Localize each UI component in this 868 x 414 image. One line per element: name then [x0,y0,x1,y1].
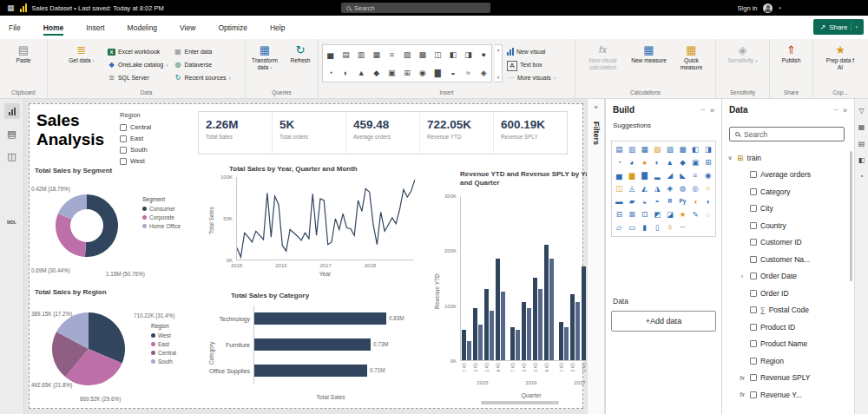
expand-pane-icon[interactable]: « [588,103,604,111]
visual-type-icon[interactable]: ▨ [667,146,674,154]
visual-type-icon[interactable]: ◆ [373,69,379,77]
field-checkbox[interactable] [750,188,757,195]
visual-type-icon[interactable]: ◬ [629,185,635,193]
chevron-down-icon[interactable]: ▾ [779,5,781,10]
visual-type-icon[interactable]: ◨ [705,146,712,154]
column-revenue-sply-2015-qtr-2[interactable] [478,325,483,360]
excel-workbook-button[interactable]: XExcel workbook [106,45,170,58]
more-options-icon[interactable]: ··· [700,106,705,114]
kpi-card-revenue-sply[interactable]: 600.19KRevenue SPLY [494,112,567,154]
field-product-name[interactable]: Product Name [722,336,851,353]
visual-type-icon[interactable]: R [667,199,672,205]
field-category[interactable]: Category [722,183,851,200]
legend-item-west[interactable]: West [151,331,176,339]
column-revenue-sply-2016-qtr-3[interactable] [538,289,542,360]
field-checkbox[interactable] [750,205,757,212]
column-revenue-ytd-2015-qtr-4[interactable] [496,259,500,360]
avatar[interactable] [763,3,773,13]
field-checkbox[interactable] [750,222,757,229]
visual-type-icon[interactable]: ◆ [680,159,686,167]
visual-type-icon[interactable]: ◈ [667,185,674,193]
field-checkbox[interactable] [750,273,757,279]
kpi-card-average-orders[interactable]: 459.48Average orders [346,112,420,154]
sensitivity-button[interactable]: ◈ Sensitivity ▾ [721,42,765,65]
total-sales-by-region-chart[interactable]: Total Sales by Region 710.22K (31.4%)669… [31,288,203,406]
slicer-option-central[interactable]: Central [120,122,194,133]
model-view-icon[interactable]: ◫ [4,148,20,164]
visual-type-icon[interactable]: ◗ [706,198,710,206]
menu-item-modeling[interactable]: Modeling [128,20,158,36]
field-region[interactable]: Region [722,352,851,370]
collapse-pane-icon[interactable]: » [710,106,714,115]
visual-type-icon[interactable]: ◢ [667,172,674,180]
scroll-up-icon[interactable]: ▴ [497,47,500,52]
visual-type-icon[interactable]: ◕ [629,159,634,167]
visual-type-icon[interactable]: ▥ [358,50,365,59]
menu-item-optimize[interactable]: Optimize [218,20,247,36]
recent-sources-button[interactable]: ↻Recent sources▾ [173,71,233,84]
visual-type-icon[interactable]: ▅ [327,50,333,59]
field-checkbox[interactable] [750,306,757,313]
data-pane-icon[interactable]: ▤ [857,138,867,148]
legend-item-consumer[interactable]: Consumer [142,204,181,213]
field-checkbox[interactable] [750,324,757,331]
visual-type-icon[interactable]: ★ [680,211,687,219]
field-city[interactable]: City [722,200,851,218]
visual-type-icon[interactable]: ⊡ [641,211,648,219]
refresh-button[interactable]: ↻ Refresh [285,42,316,65]
column-revenue-ytd-2017-qtr-1[interactable] [559,322,563,360]
enter-data-button[interactable]: ▦Enter data [173,45,233,58]
donut-slice-consumer[interactable] [85,194,118,257]
new-measure-button[interactable]: ▦ New measure [629,42,669,65]
report-view-icon[interactable] [4,103,20,119]
text-box-button[interactable]: AText box [505,58,557,71]
column-revenue-sply-2016-qtr-4[interactable] [549,259,554,360]
field-customer-id[interactable]: Customer ID [722,234,851,252]
visual-type-icon[interactable]: ◈ [481,69,487,77]
scroll-down-icon[interactable]: ▾ [497,75,500,80]
column-revenue-ytd-2017-qtr-3[interactable] [582,266,586,360]
field-postal-code[interactable]: ∑Postal Code [722,302,851,319]
total-sales-by-category-chart[interactable]: Total Sales by Category Category Technol… [207,292,429,406]
visual-type-icon[interactable]: ◊ [668,224,672,232]
visual-type-icon[interactable]: ◮ [654,185,661,193]
visual-type-icon[interactable]: ◒ [642,198,647,206]
visual-type-icon[interactable]: ● [642,159,647,167]
visual-type-icon[interactable]: ✎ [693,211,699,219]
legend-item-south[interactable]: South [151,357,176,365]
visual-type-icon[interactable]: ··· [680,225,686,231]
quick-measure-button[interactable]: ▦ Quick measure [672,42,712,72]
field-checkbox[interactable] [750,171,757,178]
visual-type-icon[interactable]: ▭ [628,224,635,232]
gallery-scroll[interactable]: ▴▾ [495,44,503,82]
collapse-pane-icon[interactable]: » [843,106,847,115]
visual-type-icon[interactable]: ◖ [693,198,697,206]
analytics-pane-icon[interactable]: ◔ [857,171,867,181]
column-revenue-ytd-2016-qtr-3[interactable] [533,278,537,360]
visual-type-icon[interactable]: ▮ [642,224,647,232]
visual-type-icon[interactable]: ⊞ [705,159,711,167]
visual-type-icon[interactable]: ◎ [692,185,698,193]
menu-item-view[interactable]: View [180,20,195,36]
field-checkbox[interactable] [750,239,757,246]
visual-type-icon[interactable]: ≡ [694,172,698,180]
expand-icon[interactable]: › [738,273,746,279]
column-revenue-ytd-2015-qtr-1[interactable] [462,330,466,360]
field-checkbox[interactable] [750,358,757,365]
slicer-option-east[interactable]: East [120,133,194,144]
visual-type-icon[interactable]: ▇ [641,172,648,180]
fields-search-input[interactable]: Search [729,127,845,141]
format-pane-icon[interactable]: ◧ [857,154,867,165]
column-revenue-sply-2016-qtr-1[interactable] [516,330,520,360]
visual-type-icon[interactable]: ⊠ [628,211,635,219]
visual-type-icon[interactable]: ▅ [616,172,622,180]
column-revenue-sply-2015-qtr-4[interactable] [501,292,505,360]
visual-type-icon[interactable]: ◫ [434,50,442,59]
column-revenue-sply-2015-qtr-1[interactable] [467,341,471,360]
transform-data-button[interactable]: ▦ Transform data ▾ [247,42,282,72]
visual-type-icon[interactable]: ▯ [655,224,660,232]
column-revenue-sply-2017-qtr-1[interactable] [564,327,569,360]
filters-pane-collapsed[interactable]: « Filters [587,99,605,414]
new-visual-button[interactable]: New visual [505,45,557,58]
column-revenue-ytd-2015-qtr-3[interactable] [484,289,489,360]
